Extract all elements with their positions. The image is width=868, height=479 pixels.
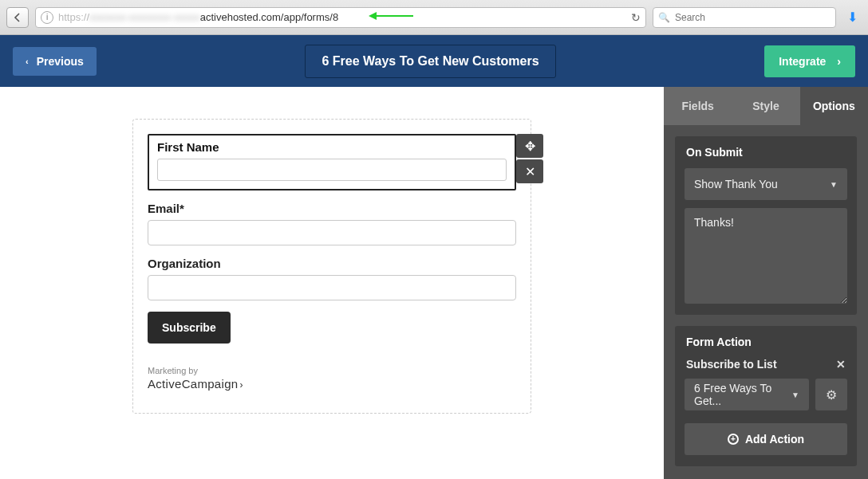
- form-action-subheading: Subscribe to List ✕: [675, 358, 857, 379]
- integrate-button[interactable]: Integrate ›: [764, 45, 855, 77]
- field-organization[interactable]: Organization: [148, 257, 516, 300]
- chevron-right-icon: ›: [837, 55, 841, 68]
- plus-icon: +: [728, 434, 739, 445]
- field-first-name[interactable]: First Name ✥ ✕: [148, 134, 516, 190]
- sidebar-panel: On Submit Show Thank You ▼ Thanks! Form …: [664, 125, 868, 477]
- field-handles: ✥ ✕: [516, 134, 543, 183]
- url-scheme: https://: [58, 11, 89, 23]
- chevron-left-icon: ‹: [26, 57, 29, 66]
- downloads-icon[interactable]: ⬇: [842, 10, 862, 25]
- thank-you-textarea[interactable]: Thanks!: [685, 208, 847, 304]
- gear-icon: ⚙: [826, 387, 837, 402]
- field-label: Email*: [148, 202, 516, 215]
- form-canvas: First Name ✥ ✕ Email* Organization Subsc…: [0, 87, 664, 479]
- marketing-by-label: Marketing by: [148, 366, 516, 375]
- tab-fields[interactable]: Fields: [664, 87, 732, 125]
- subscribe-list-label: Subscribe to List: [686, 358, 777, 371]
- move-handle[interactable]: ✥: [516, 134, 543, 158]
- caret-down-icon: ▼: [791, 391, 799, 399]
- on-submit-value: Show Thank You: [694, 178, 778, 190]
- field-label: First Name: [157, 140, 507, 154]
- search-input[interactable]: [675, 12, 831, 23]
- on-submit-select[interactable]: Show Thank You ▼: [685, 168, 847, 200]
- add-action-label: Add Action: [745, 433, 804, 446]
- list-select[interactable]: 6 Free Ways To Get... ▼: [685, 379, 809, 410]
- sidebar-tabs: Fields Style Options: [664, 87, 868, 125]
- app-header: ‹ Previous 6 Free Ways To Get New Custom…: [0, 35, 868, 87]
- site-info-icon[interactable]: i: [41, 11, 53, 24]
- remove-handle[interactable]: ✕: [516, 159, 543, 183]
- chevron-right-icon: ›: [239, 379, 243, 391]
- field-email[interactable]: Email*: [148, 202, 516, 245]
- activecampaign-logo[interactable]: ActiveCampaign›: [148, 377, 516, 391]
- url-text: https:// xxxxxxx-xxxxxxxx-xxxxx activeho…: [58, 11, 338, 23]
- url-blur: xxxxxxx-xxxxxxxx-xxxxx: [89, 11, 200, 23]
- url-bar[interactable]: i https:// xxxxxxx-xxxxxxxx-xxxxx active…: [35, 7, 646, 28]
- form-title[interactable]: 6 Free Ways To Get New Customers: [305, 45, 555, 78]
- organization-input[interactable]: [148, 275, 516, 300]
- reload-icon[interactable]: ↻: [631, 11, 641, 24]
- form-preview[interactable]: First Name ✥ ✕ Email* Organization Subsc…: [132, 119, 531, 414]
- url-path: activehosted.com/app/forms/8: [200, 11, 338, 23]
- annotation-arrow: [367, 9, 415, 26]
- field-label: Organization: [148, 257, 516, 270]
- sidebar: Fields Style Options On Submit Show Than…: [664, 87, 868, 479]
- previous-button[interactable]: ‹ Previous: [13, 47, 97, 76]
- list-select-value: 6 Free Ways To Get...: [694, 382, 791, 407]
- brand-text: ActiveCampaign: [148, 377, 238, 391]
- first-name-input[interactable]: [157, 159, 507, 181]
- on-submit-heading: On Submit: [675, 136, 857, 168]
- remove-action-icon[interactable]: ✕: [836, 358, 846, 371]
- content-area: First Name ✥ ✕ Email* Organization Subsc…: [0, 87, 868, 479]
- caret-down-icon: ▼: [830, 180, 838, 189]
- add-action-button[interactable]: + Add Action: [685, 423, 847, 455]
- on-submit-card: On Submit Show Thank You ▼ Thanks!: [675, 136, 857, 315]
- tab-options[interactable]: Options: [800, 87, 868, 125]
- tab-style[interactable]: Style: [732, 87, 799, 125]
- back-button[interactable]: [6, 7, 29, 28]
- browser-toolbar: i https:// xxxxxxx-xxxxxxxx-xxxxx active…: [0, 0, 868, 35]
- form-action-card: Form Action Subscribe to List ✕ 6 Free W…: [675, 326, 857, 466]
- email-input[interactable]: [148, 220, 516, 245]
- previous-label: Previous: [37, 55, 84, 68]
- integrate-label: Integrate: [779, 55, 826, 68]
- svg-marker-1: [369, 12, 377, 20]
- search-box[interactable]: 🔍: [653, 7, 836, 28]
- form-action-heading: Form Action: [675, 326, 857, 358]
- search-icon: 🔍: [658, 12, 670, 23]
- action-settings-button[interactable]: ⚙: [815, 379, 847, 410]
- subscribe-button[interactable]: Subscribe: [148, 312, 231, 344]
